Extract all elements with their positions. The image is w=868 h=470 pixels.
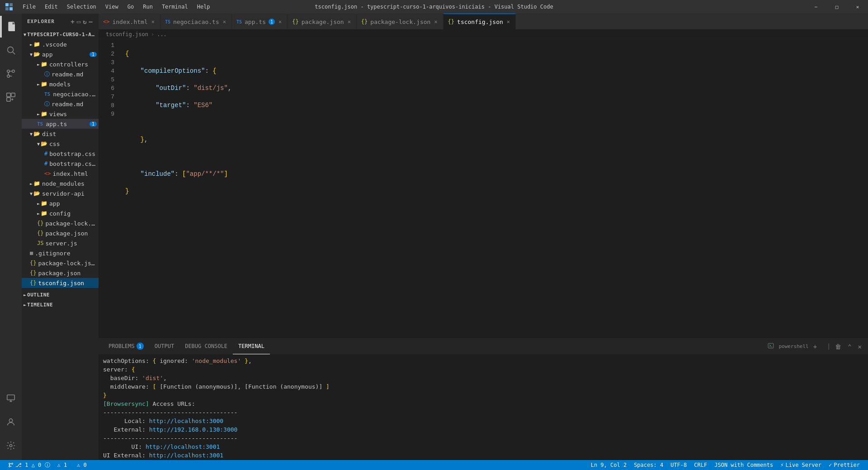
sidebar-item-srv-app[interactable]: ► 📁 app xyxy=(22,198,99,208)
ts-file-icon: TS xyxy=(44,91,50,97)
svg-point-17 xyxy=(9,419,12,422)
sidebar-item-gitignore[interactable]: ■ .gitignore xyxy=(22,248,99,258)
status-prettier[interactable]: ✓ Prettier xyxy=(825,460,863,470)
menu-file[interactable]: File xyxy=(18,0,40,14)
tab-package-close[interactable]: ✕ xyxy=(347,18,352,25)
sidebar-item-models[interactable]: ► 📁 models xyxy=(22,79,99,89)
sidebar-item-config[interactable]: ► 📁 config xyxy=(22,208,99,218)
problems-badge: 1 xyxy=(137,343,144,350)
timeline-section[interactable]: ► TIMELINE xyxy=(22,300,99,310)
sidebar-item-controllers[interactable]: ► 📁 controllers xyxy=(22,59,99,69)
code-editor[interactable]: 1 2 3 4 5 6 7 8 9 { "compilerOptions": {… xyxy=(99,39,868,338)
sidebar-item-vscode[interactable]: ► 📁 .vscode xyxy=(22,39,99,49)
extensions-icon[interactable] xyxy=(0,86,22,108)
language-label: JSON with Comments xyxy=(714,462,773,468)
chevron-right-icon: ► xyxy=(30,181,33,186)
sidebar-item-bootstrap-css[interactable]: # bootstrap.css xyxy=(22,149,99,159)
tab-tsconfig-close[interactable]: ✕ xyxy=(506,18,511,25)
explorer-icon[interactable] xyxy=(0,16,22,38)
editor-panel-container: <> index.html ✕ TS negociacao.ts ✕ TS ap… xyxy=(99,14,868,460)
split-terminal-button[interactable]: ⎹ xyxy=(821,342,830,351)
sidebar-item-negociacao[interactable]: TS negociacao.ts xyxy=(22,89,99,99)
sidebar-item-tsconfig[interactable]: {} tsconfig.json xyxy=(22,278,99,288)
source-control-icon[interactable] xyxy=(0,63,22,85)
tab-package-lock-close[interactable]: ✕ xyxy=(433,18,438,25)
status-spaces[interactable]: Spaces: 4 xyxy=(630,460,667,470)
refresh-icon[interactable]: ↻ xyxy=(83,18,87,25)
sidebar-item-server-js[interactable]: JS server.js xyxy=(22,238,99,248)
status-git[interactable]: ⎇ 1 △ 0 ⓘ xyxy=(5,460,54,470)
sidebar-item-readme1[interactable]: ⓘ readme.md xyxy=(22,69,99,79)
status-live-server[interactable]: ⚡ Live Server xyxy=(777,460,825,470)
menu-selection[interactable]: Selection xyxy=(62,0,101,14)
breadcrumb-dots[interactable]: ... xyxy=(157,31,167,38)
js-file-icon: JS xyxy=(37,240,43,246)
sidebar-item-pkg-lock2[interactable]: {} package-lock.json xyxy=(22,218,99,228)
sidebar-item-pkg-lock-root[interactable]: {} package-lock.json xyxy=(22,258,99,268)
tab-terminal[interactable]: TERMINAL xyxy=(233,338,270,354)
status-errors[interactable]: ⚠ 1 ⚠ 0 xyxy=(54,460,90,470)
tab-negociacao-close[interactable]: ✕ xyxy=(222,18,227,25)
sidebar-item-readme2[interactable]: ⓘ readme.md xyxy=(22,99,99,109)
maximize-button[interactable]: □ xyxy=(826,0,847,14)
sidebar-item-pkg-json-root[interactable]: {} package.json xyxy=(22,268,99,278)
menu-terminal[interactable]: Terminal xyxy=(157,0,193,14)
sidebar-item-css[interactable]: ▼ 📂 css xyxy=(22,139,99,149)
tab-app-ts[interactable]: TS app.ts 1 ✕ xyxy=(232,14,288,29)
account-icon[interactable] xyxy=(0,411,22,433)
svg-rect-14 xyxy=(11,93,15,97)
servidor-api-label: servidor-api xyxy=(42,190,97,197)
minimize-button[interactable]: − xyxy=(806,0,826,14)
remote-icon[interactable] xyxy=(0,388,22,409)
kill-terminal-button[interactable]: 🗑 xyxy=(833,342,843,351)
sidebar-item-pkg-json2[interactable]: {} package.json xyxy=(22,228,99,238)
tab-index-html[interactable]: <> index.html ✕ xyxy=(99,14,160,29)
root-folder[interactable]: ▼ TYPESCRIPT-CURSO-1-AR... xyxy=(22,29,99,39)
maximize-panel-button[interactable]: ⌃ xyxy=(846,342,853,351)
menu-view[interactable]: View xyxy=(101,0,123,14)
tab-output[interactable]: OUTPUT xyxy=(149,338,179,354)
sidebar-item-dist[interactable]: ▼ 📂 dist xyxy=(22,129,99,139)
close-button[interactable]: ✕ xyxy=(847,0,868,14)
tab-package-json[interactable]: {} package.json ✕ xyxy=(288,14,357,29)
menu-go[interactable]: Go xyxy=(123,0,138,14)
status-encoding[interactable]: UTF-8 xyxy=(667,460,690,470)
gitignore-label: .gitignore xyxy=(35,250,97,257)
terminal-content[interactable]: watchOptions: { ignored: 'node_modules' … xyxy=(99,354,868,460)
editor-scrollbar[interactable] xyxy=(862,39,868,338)
status-language[interactable]: JSON with Comments xyxy=(711,460,777,470)
sidebar-item-views[interactable]: ► 📁 views xyxy=(22,109,99,119)
line-ending-label: CRLF xyxy=(694,462,707,468)
sidebar-item-index-html[interactable]: <> index.html xyxy=(22,169,99,179)
new-folder-icon[interactable]: ▭ xyxy=(77,18,81,25)
folder-icon: 📁 xyxy=(41,61,47,67)
collapse-icon[interactable]: ⋯ xyxy=(89,18,93,25)
tab-package-lock-json[interactable]: {} package-lock.json ✕ xyxy=(357,14,443,29)
tab-index-close[interactable]: ✕ xyxy=(151,18,156,25)
sidebar-item-node-modules[interactable]: ► 📁 node_modules xyxy=(22,179,99,188)
chevron-down-icon: ▼ xyxy=(24,32,26,37)
tab-problems[interactable]: PROBLEMS 1 xyxy=(103,338,149,354)
status-line-ending[interactable]: CRLF xyxy=(690,460,711,470)
tab-app-close[interactable]: ✕ xyxy=(278,18,283,25)
menu-edit[interactable]: Edit xyxy=(40,0,62,14)
sidebar-item-bootstrap-css-map[interactable]: # bootstrap.css.map xyxy=(22,159,99,169)
tab-tsconfig-json[interactable]: {} tsconfig.json ✕ xyxy=(443,14,516,29)
add-terminal-button[interactable]: + xyxy=(811,342,819,351)
sidebar-item-app-ts[interactable]: TS app.ts 1 xyxy=(22,119,99,129)
sidebar-item-app[interactable]: ▼ 📂 app 1 xyxy=(22,49,99,59)
menu-help[interactable]: Help xyxy=(193,0,215,14)
status-position[interactable]: Ln 9, Col 2 xyxy=(587,460,630,470)
code-content[interactable]: { "compilerOptions": { "outDir": "dist/j… xyxy=(119,39,862,338)
tab-negociacao-ts[interactable]: TS negociacao.ts ✕ xyxy=(160,14,232,29)
close-panel-button[interactable]: ✕ xyxy=(856,342,863,351)
tab-debug-console[interactable]: DEBUG CONSOLE xyxy=(179,338,233,354)
settings-icon[interactable] xyxy=(0,435,22,456)
search-icon[interactable] xyxy=(0,39,22,61)
breadcrumb-file[interactable]: tsconfig.json xyxy=(106,31,148,38)
sidebar-item-servidor-api[interactable]: ▼ 📂 servidor-api xyxy=(22,188,99,198)
new-file-icon[interactable]: + xyxy=(71,18,75,25)
outline-section[interactable]: ► OUTLINE xyxy=(22,290,99,300)
menu-run[interactable]: Run xyxy=(138,0,157,14)
chevron-right-icon: ► xyxy=(37,201,40,206)
